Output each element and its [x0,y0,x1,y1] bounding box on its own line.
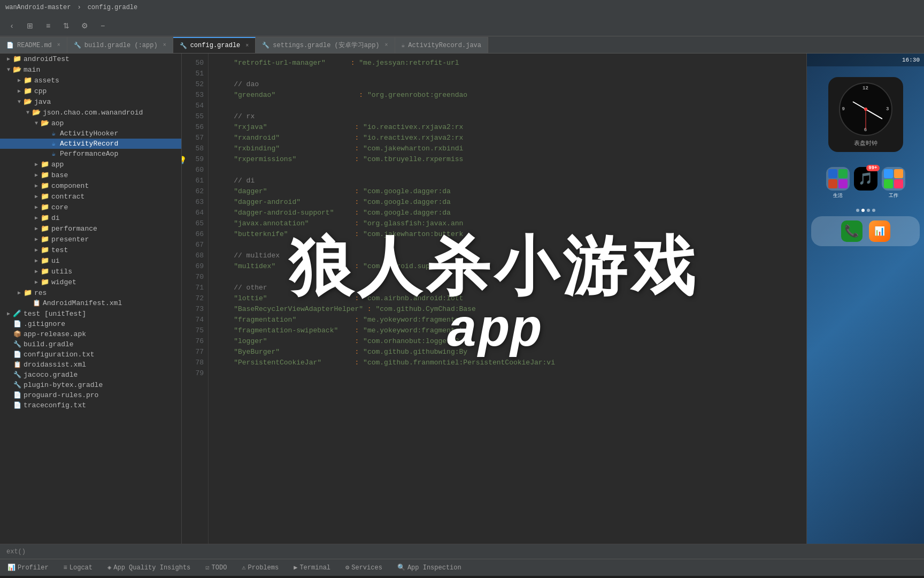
tree-item-cpp[interactable]: ▶ 📁 cpp [0,86,181,96]
tree-item-proguard[interactable]: ▶ 📄 proguard-rules.pro [0,390,181,400]
code-content[interactable]: "retrofit-url-manager" : "me.jessyan:ret… [209,54,806,544]
tree-item-plugin-bytex[interactable]: ▶ 🔧 plugin-bytex.gradle [0,380,181,390]
tree-label-app-pkg: app [51,161,64,169]
main-layout: ▶ 📁 androidTest ▼ 📂 main ▶ 📁 assets ▶ 📁 … [0,54,924,544]
tree-label-androidtest: androidTest [24,55,70,63]
terminal-label: Terminal [299,564,330,572]
tree-label-aop: aop [51,119,64,127]
tree-item-activityrecord[interactable]: ▶ ☕ ActivityRecord [0,139,181,149]
tree-item-test-unit[interactable]: ▶ 🧪 test [unitTest] [0,308,181,319]
tab-readme-close[interactable]: × [57,42,60,48]
file-proguard-icon: 📄 [13,391,21,399]
file-performanceaop-icon: ☕ [49,150,58,158]
file-tree: ▶ 📁 androidTest ▼ 📂 main ▶ 📁 assets ▶ 📁 … [0,54,182,544]
reformat-button[interactable]: ≡ [41,18,56,33]
file-configuration-icon: 📄 [13,351,21,359]
tree-item-build-gradle[interactable]: ▶ 🔧 build.gradle [0,339,181,349]
phone-page-dots [807,209,924,212]
tree-item-androidtest[interactable]: ▶ 📁 androidTest [0,54,181,64]
dock-phone-icon[interactable]: 📞 [841,220,863,242]
tree-item-json-chao[interactable]: ▼ 📂 json.chao.com.wanandroid [0,107,181,118]
tab-config-close[interactable]: × [245,43,249,49]
tree-item-main[interactable]: ▼ 📂 main [0,64,181,75]
clock-center-dot [864,108,867,111]
tab-build-gradle-app[interactable]: 🔧 build.gradle (:app) × [67,37,173,53]
arrow-res: ▶ [15,290,24,296]
file-droidassist-icon: 📋 [13,361,21,369]
tree-item-performanceaop[interactable]: ▶ ☕ PerformanceAop [0,149,181,159]
tree-item-ui[interactable]: ▶ 📁 ui [0,255,181,266]
tree-item-droidassist[interactable]: ▶ 📋 droidassist.xml [0,360,181,370]
tab-build-close[interactable]: × [163,42,166,48]
dot-2 [861,209,865,212]
tab-config-gradle[interactable]: 🔧 config.gradle × [173,37,256,53]
toolbar: ‹ ⊞ ≡ ⇅ ⚙ − [0,15,924,36]
bottom-terminal[interactable]: ▶ Terminal [290,562,334,573]
tab-readme[interactable]: 📄 README.md × [0,37,67,53]
tree-item-presenter[interactable]: ▶ 📁 presenter [0,234,181,245]
phone-app-gongzuo-group[interactable]: 工作 [882,167,905,199]
tree-item-assets[interactable]: ▶ 📁 assets [0,75,181,86]
terminal-icon: ▶ [294,564,297,572]
dot-4 [872,209,875,212]
profiler-icon: 📊 [7,564,16,572]
tree-item-configuration[interactable]: ▶ 📄 configuration.txt [0,349,181,360]
tree-item-androidmanifest[interactable]: ▶ 📋 AndroidManifest.xml [0,298,181,308]
tree-item-aop[interactable]: ▼ 📂 aop [0,118,181,128]
tree-item-component[interactable]: ▶ 📁 component [0,180,181,191]
structure-button[interactable]: ⊞ [22,18,37,33]
tab-build-gradle-app-label: build.gradle (:app) [84,42,158,49]
tree-item-traceconfig[interactable]: ▶ 📄 traceconfig.txt [0,400,181,410]
tree-item-app-pkg[interactable]: ▶ 📁 app [0,159,181,170]
minus-button[interactable]: − [95,18,110,33]
tree-item-utils[interactable]: ▶ 📁 utils [0,266,181,277]
tree-item-core[interactable]: ▶ 📁 core [0,202,181,212]
arrow-di: ▶ [32,215,41,221]
clock-app[interactable]: 12 3 6 9 表盘时钟 [828,77,903,152]
tab-settings-close[interactable]: × [385,42,388,48]
tree-item-di[interactable]: ▶ 📁 di [0,212,181,223]
arrow-main: ▼ [4,67,13,73]
phone-panel: 16:30 12 3 6 9 表盘时钟 [806,54,924,544]
bottom-profiler[interactable]: 📊 Profiler [4,562,52,573]
tree-label-di: di [51,214,60,222]
tab-settings-gradle[interactable]: 🔧 settings.gradle (安卓学习app) × [256,37,395,53]
tree-label-configuration: configuration.txt [24,351,95,359]
folder-ui-icon: 📁 [41,256,49,265]
phone-app-shenghuo-group[interactable]: 生活 [826,167,850,199]
tree-item-contract[interactable]: ▶ 📁 contract [0,191,181,202]
file-jacoco-icon: 🔧 [13,371,21,379]
bottom-app-quality[interactable]: ◈ App Quality Insights [104,562,194,573]
tree-item-performance[interactable]: ▶ 📁 performance [0,223,181,234]
bottom-logcat[interactable]: ≡ Logcat [60,563,96,573]
tree-item-test-pkg[interactable]: ▶ 📁 test [0,245,181,255]
logcat-icon: ≡ [64,564,67,572]
phone-app-tiktok[interactable]: 🎵 99+ [854,167,877,199]
tree-item-activityhooker[interactable]: ▶ ☕ ActivityHooker [0,128,181,139]
tree-label-base: base [51,171,68,179]
tree-label-test-pkg: test [51,246,68,254]
settings-gradle-icon: 🔧 [262,42,270,49]
tree-item-jacoco[interactable]: ▶ 🔧 jacoco.gradle [0,370,181,380]
folder-presenter-icon: 📁 [41,235,49,244]
tree-item-widget[interactable]: ▶ 📁 widget [0,277,181,287]
settings-button[interactable]: ⚙ [77,18,92,33]
tree-item-java[interactable]: ▼ 📂 java [0,96,181,107]
tab-activity-record[interactable]: ☕ ActivityRecord.java [395,37,488,53]
tree-item-base[interactable]: ▶ 📁 base [0,170,181,180]
tree-item-gitignore[interactable]: ▶ 📄 .gitignore [0,319,181,329]
tree-item-res[interactable]: ▶ 📁 res [0,287,181,298]
dot-1 [856,209,859,212]
sort-button[interactable]: ⇅ [59,18,74,33]
back-button[interactable]: ‹ [4,18,19,33]
tree-item-apk[interactable]: ▶ 📦 app-release.apk [0,329,181,339]
bottom-app-inspection[interactable]: 🔍 App Inspection [394,562,465,573]
file-name: config.gradle [88,4,138,11]
code-editor[interactable]: 5051525354 55565758 59💡 6061626364 65666… [182,54,806,544]
tree-label-performance: performance [51,225,97,233]
bottom-services[interactable]: ⚙ Services [342,562,386,573]
bottom-todo[interactable]: ☑ TODO [202,562,230,573]
folder-di-icon: 📁 [41,214,49,222]
bottom-problems[interactable]: ⚠ Problems [238,562,282,573]
dock-chart-icon[interactable]: 📊 [869,220,890,242]
